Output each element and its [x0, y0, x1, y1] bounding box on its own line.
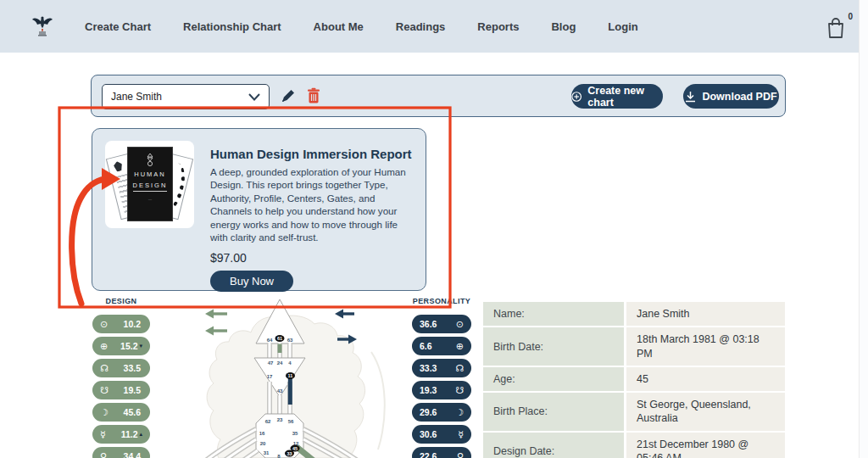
design-badge-north-node: ☊33.5	[92, 359, 150, 377]
product-image: HUMAN DESIGN —	[105, 141, 194, 228]
personality-badge-sun: 36.6⊙	[412, 315, 471, 333]
chart-toolbar: Jane Smith Create new chart	[91, 75, 786, 117]
personality-badge-earth: 6.6⊕	[412, 337, 471, 355]
nav-menu: Create Chart Relationship Chart About Me…	[85, 0, 638, 53]
mercury-icon: ☿	[458, 430, 464, 439]
table-row-birth-date: Birth Date: 18th March 1981 @ 03:18 PM	[483, 327, 785, 366]
svg-text:31: 31	[264, 450, 270, 455]
design-badge-moon: ☽45.6	[92, 403, 150, 422]
nav-item-reports[interactable]: Reports	[477, 20, 519, 33]
product-title: Human Design Immersion Report	[210, 147, 415, 161]
product-card: HUMAN DESIGN — Human Design Immersion Re…	[92, 128, 426, 291]
south-node-icon: ☋	[455, 386, 464, 395]
mini-bodygraph-glyph	[113, 160, 124, 172]
book-title-line2: DESIGN	[133, 182, 168, 192]
svg-text:64: 64	[267, 338, 273, 343]
design-badge-venus: ♀34.4	[92, 447, 150, 458]
svg-text:61: 61	[277, 336, 282, 341]
page: Create Chart Relationship Chart About Me…	[0, 0, 868, 458]
delete-trash-button[interactable]	[305, 87, 322, 104]
personality-arrow-left-icon	[335, 310, 354, 319]
earth-icon: ⊕	[100, 342, 108, 351]
scrollbar[interactable]	[859, 0, 868, 458]
design-badge-south-node: ☋19.5	[92, 381, 150, 399]
nav-item-blog[interactable]: Blog	[551, 20, 576, 33]
nav-item-readings[interactable]: Readings	[396, 20, 446, 33]
sun-icon: ⊙	[456, 320, 464, 329]
svg-text:47: 47	[268, 360, 274, 366]
personality-badge-north-node: 33.3☊	[412, 359, 471, 377]
product-price: $97.00	[210, 251, 415, 265]
create-new-chart-label: Create new chart	[587, 85, 663, 109]
product-description: A deep, grounded exploration of your Hum…	[210, 165, 415, 243]
product-text: Human Design Immersion Report A deep, gr…	[210, 147, 415, 292]
design-arrow-left-bottom-icon	[205, 327, 227, 336]
table-row-design-date: Design Date: 21st December 1980 @ 05:46 …	[483, 433, 785, 458]
personality-badge-venus: 22.6♀	[412, 447, 471, 458]
svg-text:17: 17	[267, 374, 273, 379]
nav-item-relationship-chart[interactable]: Relationship Chart	[183, 20, 281, 33]
svg-text:33: 33	[287, 451, 292, 456]
body-silhouette-outline	[371, 352, 385, 450]
moon-icon: ☽	[455, 408, 464, 417]
moon-icon: ☽	[100, 408, 108, 417]
personality-badge-south-node: 19.3☋	[412, 381, 471, 399]
svg-text:24: 24	[277, 360, 283, 366]
table-row-birth-place: Birth Place: St George, Queensland, Aust…	[483, 393, 785, 431]
design-arrow-left-top-icon	[205, 310, 227, 319]
svg-text:35: 35	[292, 431, 298, 436]
design-badge-column: ⊙10.2 ⊕15.2▾ ☊33.5 ☋19.5 ☽45.6 ☿11.2▴ ♀3…	[92, 315, 150, 458]
buy-now-button[interactable]: Buy Now	[210, 271, 293, 292]
mercury-icon: ☿	[100, 430, 106, 439]
shopping-bag-icon	[826, 17, 846, 39]
download-pdf-label: Download PDF	[702, 91, 776, 103]
sun-icon: ⊙	[100, 320, 108, 329]
channel-11-56-personality-fill	[288, 378, 292, 405]
design-badge-mercury: ☿11.2▴	[92, 425, 150, 444]
nav-item-create-chart[interactable]: Create Chart	[85, 20, 151, 33]
earth-icon: ⊕	[456, 342, 464, 351]
book-cover: HUMAN DESIGN —	[128, 148, 172, 221]
cart-button[interactable]: 0	[826, 14, 854, 41]
book-title-line1: HUMAN	[134, 170, 166, 178]
chart-select-dropdown[interactable]: Jane Smith	[102, 84, 270, 109]
nav-item-about-me[interactable]: About Me	[314, 20, 364, 33]
chart-select-value: Jane Smith	[111, 91, 248, 103]
venus-icon: ♀	[100, 452, 107, 458]
table-row-name: Name: Jane Smith	[483, 302, 785, 326]
book-emblem-icon	[145, 154, 155, 167]
personality-column-header: PERSONALITY	[412, 297, 471, 305]
design-badge-sun: ⊙10.2	[92, 315, 150, 333]
book-subtitle: —	[148, 197, 152, 201]
design-badge-earth: ⊕15.2▾	[92, 337, 150, 355]
svg-text:11: 11	[288, 373, 293, 378]
personality-badge-column: 36.6⊙ 6.6⊕ 33.3☊ 19.3☋ 29.6☽ 30.6☿ 22.6♀	[412, 315, 471, 458]
svg-text:23: 23	[277, 417, 283, 422]
svg-text:56: 56	[288, 419, 294, 424]
svg-text:16: 16	[259, 431, 265, 436]
circle-plus-icon	[571, 91, 581, 103]
navbar: Create Chart Relationship Chart About Me…	[0, 0, 859, 53]
table-row-age: Age: 45	[483, 367, 785, 391]
svg-text:62: 62	[265, 419, 271, 424]
venus-icon: ♀	[457, 452, 464, 458]
svg-text:43: 43	[277, 388, 283, 394]
channel-61-24-design-fill	[278, 344, 282, 354]
design-column-header: DESIGN	[92, 297, 150, 305]
chevron-down-icon	[248, 93, 260, 101]
svg-text:45: 45	[292, 446, 298, 451]
svg-text:63: 63	[287, 338, 293, 343]
site-logo-eagle-icon[interactable]	[31, 14, 53, 37]
download-pdf-button[interactable]: Download PDF	[683, 84, 779, 109]
svg-text:20: 20	[260, 441, 266, 446]
edit-pencil-button[interactable]	[280, 87, 297, 104]
south-node-icon: ☋	[100, 386, 108, 395]
nav-item-login[interactable]: Login	[608, 20, 637, 33]
north-node-icon: ☊	[455, 364, 464, 373]
personality-badge-mercury: 30.6☿	[412, 425, 471, 444]
personality-badge-moon: 29.6☽	[412, 403, 471, 422]
cart-count-badge: 0	[848, 12, 853, 21]
create-new-chart-button[interactable]: Create new chart	[571, 84, 663, 109]
bodygraph-chart: 64 63 47 24 4 17 43 62 23 56 16 35 20 12…	[191, 297, 403, 458]
birth-info-table: Name: Jane Smith Birth Date: 18th March …	[483, 302, 785, 458]
